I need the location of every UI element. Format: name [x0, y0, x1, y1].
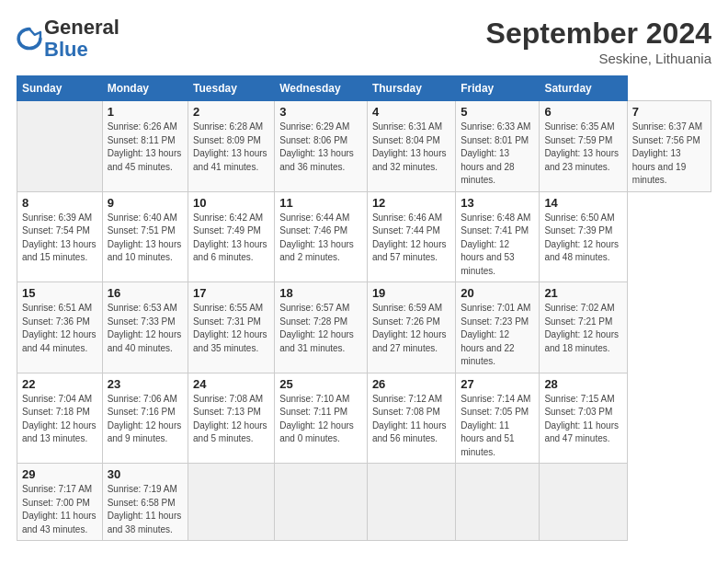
day-detail: Sunrise: 6:35 AMSunset: 7:59 PMDaylight:…: [544, 121, 619, 172]
calendar-cell: 30 Sunrise: 7:19 AMSunset: 6:58 PMDaylig…: [102, 464, 188, 541]
day-detail: Sunrise: 7:10 AMSunset: 7:11 PMDaylight:…: [279, 394, 354, 444]
day-number: 19: [372, 286, 450, 300]
calendar-week-2: 8 Sunrise: 6:39 AMSunset: 7:54 PMDayligh…: [17, 191, 711, 282]
calendar-cell: 10 Sunrise: 6:42 AMSunset: 7:49 PMDaylig…: [188, 191, 275, 282]
day-detail: Sunrise: 6:53 AMSunset: 7:33 PMDaylight:…: [108, 303, 182, 353]
calendar-cell: 3 Sunrise: 6:29 AMSunset: 8:06 PMDayligh…: [275, 101, 368, 192]
day-number: 18: [279, 286, 362, 300]
day-number: 15: [22, 286, 97, 300]
calendar-cell: 8 Sunrise: 6:39 AMSunset: 7:54 PMDayligh…: [17, 191, 103, 282]
day-detail: Sunrise: 7:08 AMSunset: 7:13 PMDaylight:…: [193, 394, 267, 444]
day-number: 26: [372, 377, 450, 391]
calendar-cell: 15 Sunrise: 6:51 AMSunset: 7:36 PMDaylig…: [17, 282, 103, 373]
calendar-cell: 24 Sunrise: 7:08 AMSunset: 7:13 PMDaylig…: [188, 373, 275, 464]
day-number: 7: [632, 105, 706, 119]
day-detail: Sunrise: 6:51 AMSunset: 7:36 PMDaylight:…: [22, 303, 97, 353]
logo-general: General: [44, 16, 119, 39]
col-thursday: Thursday: [367, 76, 455, 101]
day-number: 23: [108, 377, 183, 391]
calendar-week-1: 1 Sunrise: 6:26 AMSunset: 8:11 PMDayligh…: [17, 101, 711, 192]
calendar-cell: 6 Sunrise: 6:35 AMSunset: 7:59 PMDayligh…: [540, 101, 627, 192]
title-area: September 2024 Seskine, Lithuania: [486, 17, 711, 66]
day-number: 1: [108, 105, 183, 119]
calendar-cell: [275, 464, 368, 541]
calendar-cell: 14 Sunrise: 6:50 AMSunset: 7:39 PMDaylig…: [540, 191, 627, 282]
calendar-cell: 19 Sunrise: 6:59 AMSunset: 7:26 PMDaylig…: [367, 282, 455, 373]
day-number: 22: [22, 377, 97, 391]
page: General Blue September 2024 Seskine, Lit…: [0, 0, 728, 550]
header: General Blue September 2024 Seskine, Lit…: [17, 17, 711, 66]
calendar-cell: 21 Sunrise: 7:02 AMSunset: 7:21 PMDaylig…: [540, 282, 627, 373]
calendar-cell: [367, 464, 455, 541]
day-number: 30: [108, 467, 183, 481]
month-title: September 2024: [486, 17, 711, 51]
day-number: 4: [372, 105, 450, 119]
day-detail: Sunrise: 7:14 AMSunset: 7:05 PMDaylight:…: [461, 394, 530, 457]
day-number: 17: [193, 286, 269, 300]
calendar-cell: 22 Sunrise: 7:04 AMSunset: 7:18 PMDaylig…: [17, 373, 103, 464]
day-detail: Sunrise: 6:48 AMSunset: 7:41 PMDaylight:…: [461, 213, 530, 276]
col-sunday: Sunday: [17, 76, 103, 101]
day-detail: Sunrise: 6:40 AMSunset: 7:51 PMDaylight:…: [108, 213, 182, 263]
day-detail: Sunrise: 7:06 AMSunset: 7:16 PMDaylight:…: [108, 394, 182, 444]
day-number: 13: [461, 196, 534, 210]
calendar-cell: 13 Sunrise: 6:48 AMSunset: 7:41 PMDaylig…: [456, 191, 540, 282]
col-tuesday: Tuesday: [188, 76, 275, 101]
calendar-cell: [456, 464, 540, 541]
col-monday: Monday: [102, 76, 188, 101]
day-detail: Sunrise: 7:17 AMSunset: 7:00 PMDaylight:…: [22, 484, 97, 534]
day-detail: Sunrise: 6:29 AMSunset: 8:06 PMDaylight:…: [279, 121, 354, 172]
col-friday: Friday: [456, 76, 540, 101]
calendar-cell: [188, 464, 275, 541]
day-detail: Sunrise: 6:33 AMSunset: 8:01 PMDaylight:…: [461, 121, 530, 185]
day-detail: Sunrise: 7:04 AMSunset: 7:18 PMDaylight:…: [22, 394, 97, 444]
day-number: 10: [193, 196, 269, 210]
day-detail: Sunrise: 7:19 AMSunset: 6:58 PMDaylight:…: [108, 484, 182, 534]
day-detail: Sunrise: 6:31 AMSunset: 8:04 PMDaylight:…: [372, 121, 447, 172]
day-detail: Sunrise: 7:02 AMSunset: 7:21 PMDaylight:…: [544, 303, 619, 353]
calendar-week-4: 22 Sunrise: 7:04 AMSunset: 7:18 PMDaylig…: [17, 373, 711, 464]
calendar-cell: [540, 464, 627, 541]
calendar-cell: 4 Sunrise: 6:31 AMSunset: 8:04 PMDayligh…: [367, 101, 455, 192]
day-number: 11: [279, 196, 362, 210]
day-detail: Sunrise: 6:46 AMSunset: 7:44 PMDaylight:…: [372, 213, 447, 263]
logo-text: General Blue: [44, 17, 119, 61]
calendar-cell: 20 Sunrise: 7:01 AMSunset: 7:23 PMDaylig…: [456, 282, 540, 373]
day-detail: Sunrise: 7:12 AMSunset: 7:08 PMDaylight:…: [372, 394, 447, 444]
calendar-cell: 17 Sunrise: 6:55 AMSunset: 7:31 PMDaylig…: [188, 282, 275, 373]
calendar-cell: 18 Sunrise: 6:57 AMSunset: 7:28 PMDaylig…: [275, 282, 368, 373]
day-number: 20: [461, 286, 534, 300]
day-detail: Sunrise: 6:28 AMSunset: 8:09 PMDaylight:…: [193, 121, 267, 172]
day-detail: Sunrise: 6:37 AMSunset: 7:56 PMDaylight:…: [632, 121, 702, 185]
day-number: 27: [461, 377, 534, 391]
logo-icon: [17, 26, 42, 52]
day-detail: Sunrise: 6:26 AMSunset: 8:11 PMDaylight:…: [108, 121, 182, 172]
calendar-cell: 11 Sunrise: 6:44 AMSunset: 7:46 PMDaylig…: [275, 191, 368, 282]
day-number: 14: [544, 196, 621, 210]
col-wednesday: Wednesday: [275, 76, 368, 101]
calendar-cell: 25 Sunrise: 7:10 AMSunset: 7:11 PMDaylig…: [275, 373, 368, 464]
day-number: 6: [544, 105, 621, 119]
day-number: 24: [193, 377, 269, 391]
logo-blue: Blue: [44, 38, 88, 61]
day-number: 28: [544, 377, 621, 391]
calendar-cell: 16 Sunrise: 6:53 AMSunset: 7:33 PMDaylig…: [102, 282, 188, 373]
day-number: 29: [22, 467, 97, 481]
logo: General Blue: [17, 17, 119, 61]
calendar-cell: 28 Sunrise: 7:15 AMSunset: 7:03 PMDaylig…: [540, 373, 627, 464]
calendar-week-3: 15 Sunrise: 6:51 AMSunset: 7:36 PMDaylig…: [17, 282, 711, 373]
day-detail: Sunrise: 7:15 AMSunset: 7:03 PMDaylight:…: [544, 394, 619, 444]
calendar-cell: 2 Sunrise: 6:28 AMSunset: 8:09 PMDayligh…: [188, 101, 275, 192]
day-detail: Sunrise: 6:55 AMSunset: 7:31 PMDaylight:…: [193, 303, 267, 353]
calendar-cell: 26 Sunrise: 7:12 AMSunset: 7:08 PMDaylig…: [367, 373, 455, 464]
calendar-cell: 29 Sunrise: 7:17 AMSunset: 7:00 PMDaylig…: [17, 464, 103, 541]
calendar-cell: 27 Sunrise: 7:14 AMSunset: 7:05 PMDaylig…: [456, 373, 540, 464]
day-number: 5: [461, 105, 534, 119]
day-number: 9: [108, 196, 183, 210]
calendar-cell: 5 Sunrise: 6:33 AMSunset: 8:01 PMDayligh…: [456, 101, 540, 192]
day-detail: Sunrise: 6:50 AMSunset: 7:39 PMDaylight:…: [544, 213, 619, 263]
day-number: 25: [279, 377, 362, 391]
calendar-header: Sunday Monday Tuesday Wednesday Thursday…: [17, 76, 711, 101]
day-number: 3: [279, 105, 362, 119]
calendar-table: Sunday Monday Tuesday Wednesday Thursday…: [17, 75, 711, 541]
